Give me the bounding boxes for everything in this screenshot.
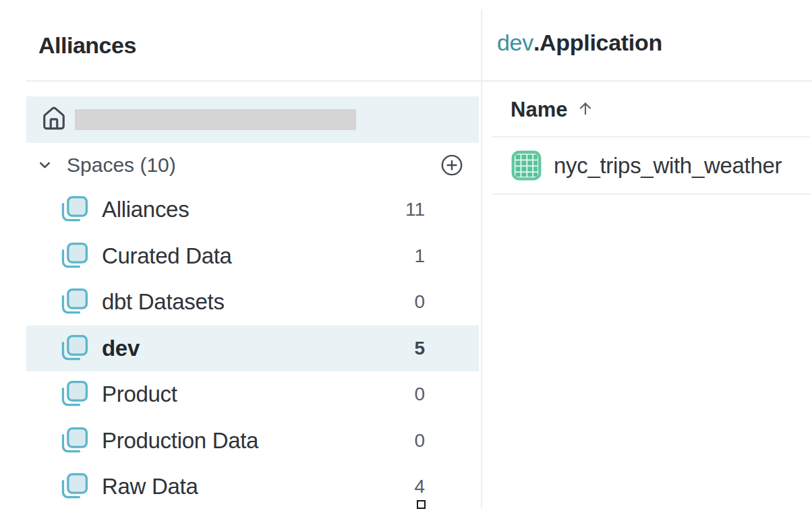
- breadcrumb-space-link[interactable]: dev: [497, 30, 533, 55]
- space-icon: [59, 333, 90, 364]
- panel-title: Alliances: [38, 32, 136, 59]
- sidebar-item-alliances[interactable]: Alliances 11: [26, 187, 479, 233]
- sidebar-item-production-data[interactable]: Production Data 0: [26, 418, 479, 464]
- sidebar-item-raw-data[interactable]: Raw Data 4: [26, 464, 479, 510]
- arrow-up-icon: [577, 100, 594, 120]
- spaces-panel: Alliances Spaces (10): [0, 0, 481, 519]
- space-icon: [59, 379, 90, 410]
- item-count: 0: [414, 430, 479, 452]
- panel-title-divider: [26, 80, 481, 82]
- header-divider: [482, 80, 812, 82]
- item-count: 0: [414, 384, 479, 405]
- home-breadcrumb-row[interactable]: [26, 96, 479, 143]
- add-space-button[interactable]: [440, 154, 463, 177]
- dataset-name: nyc_trips_with_weather: [554, 153, 782, 179]
- spaces-section-header: Spaces (10): [26, 143, 479, 187]
- item-count: 5: [414, 338, 479, 359]
- spaces-list: Alliances 11 Curated Data 1 dbt Datasets: [26, 187, 479, 510]
- space-icon: [59, 241, 90, 272]
- sidebar-item-curated-data[interactable]: Curated Data 1: [26, 233, 479, 280]
- table-icon: [511, 150, 542, 181]
- plus-circle-icon: [440, 154, 463, 177]
- item-label: Alliances: [102, 197, 189, 222]
- item-count: 11: [405, 199, 479, 220]
- page-title: Application: [540, 30, 662, 55]
- item-label: dev: [102, 336, 140, 361]
- table-row-nyc-trips-with-weather[interactable]: nyc_trips_with_weather: [511, 138, 812, 193]
- item-count: 4: [414, 476, 479, 497]
- sidebar-item-product[interactable]: Product 0: [26, 371, 479, 418]
- redacted-home-label: [75, 109, 356, 130]
- spaces-section-label[interactable]: Spaces (10): [67, 154, 176, 177]
- column-header-name[interactable]: Name: [511, 96, 594, 124]
- space-icon: [59, 194, 90, 225]
- space-icon: [59, 471, 90, 502]
- missing-glyph-box: [417, 500, 426, 509]
- sidebar-item-dbt-datasets[interactable]: dbt Datasets 0: [26, 279, 479, 326]
- panel-divider: [481, 9, 482, 508]
- item-label: Product: [102, 381, 177, 407]
- item-count: 0: [414, 291, 479, 313]
- item-label: dbt Datasets: [102, 289, 225, 315]
- breadcrumb: dev.Application: [497, 30, 662, 56]
- item-count: 1: [414, 245, 479, 267]
- breadcrumb-separator: .: [533, 30, 540, 55]
- column-label: Name: [511, 98, 567, 122]
- home-icon: [41, 106, 67, 134]
- item-label: Raw Data: [102, 474, 198, 499]
- space-icon: [59, 425, 90, 456]
- sidebar-item-dev[interactable]: dev 5: [26, 326, 479, 372]
- chevron-down-icon[interactable]: [36, 156, 53, 173]
- space-icon: [59, 286, 90, 317]
- item-label: Production Data: [102, 428, 258, 454]
- row-divider: [492, 193, 811, 195]
- item-label: Curated Data: [102, 243, 232, 269]
